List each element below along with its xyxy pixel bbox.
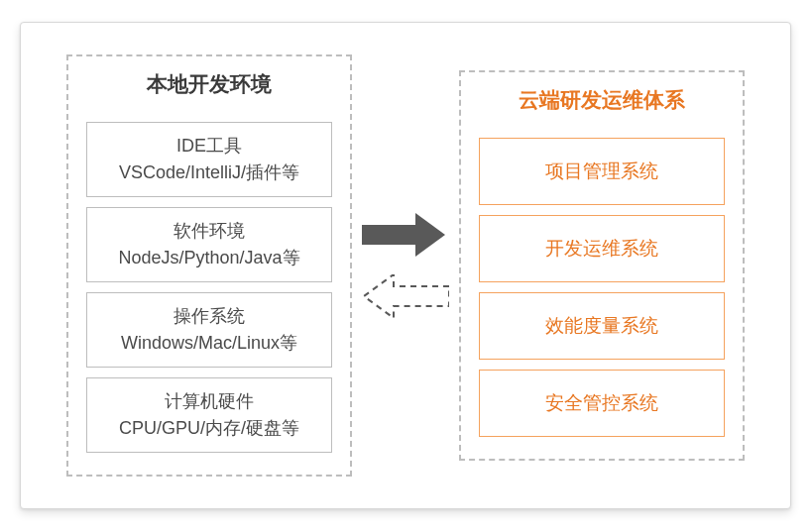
cloud-devops-title: 云端研发运维体系 — [519, 86, 685, 114]
security-box: 安全管控系统 — [479, 370, 725, 437]
hardware-box: 计算机硬件 CPU/GPU/内存/硬盘等 — [86, 377, 332, 453]
project-mgmt-box: 项目管理系统 — [479, 138, 725, 205]
metrics-box: 效能度量系统 — [479, 292, 725, 360]
devops-box: 开发运维系统 — [479, 215, 725, 282]
arrow-right-solid-icon — [362, 213, 449, 257]
arrow-group — [356, 213, 455, 318]
local-dev-column: 本地开发环境 IDE工具 VSCode/IntelliJ/插件等 软件环境 No… — [66, 54, 352, 477]
ide-tools-label: IDE工具 — [93, 133, 325, 160]
software-env-examples: NodeJs/Python/Java等 — [93, 245, 325, 271]
metrics-label: 效能度量系统 — [486, 312, 718, 341]
software-env-box: 软件环境 NodeJs/Python/Java等 — [86, 207, 332, 282]
ide-tools-examples: VSCode/IntelliJ/插件等 — [93, 160, 325, 186]
local-dev-title: 本地开发环境 — [147, 70, 272, 98]
os-label: 操作系统 — [93, 303, 325, 330]
ide-tools-box: IDE工具 VSCode/IntelliJ/插件等 — [86, 122, 332, 197]
hardware-examples: CPU/GPU/内存/硬盘等 — [93, 415, 325, 442]
project-mgmt-label: 项目管理系统 — [486, 158, 718, 186]
diagram-frame: 本地开发环境 IDE工具 VSCode/IntelliJ/插件等 软件环境 No… — [20, 22, 791, 509]
devops-label: 开发运维系统 — [486, 235, 718, 264]
os-box: 操作系统 Windows/Mac/Linux等 — [86, 292, 332, 368]
os-examples: Windows/Mac/Linux等 — [93, 330, 325, 357]
software-env-label: 软件环境 — [93, 218, 325, 245]
arrow-left-dashed-icon — [362, 274, 449, 318]
security-label: 安全管控系统 — [486, 389, 718, 418]
hardware-label: 计算机硬件 — [93, 388, 325, 415]
cloud-devops-column: 云端研发运维体系 项目管理系统 开发运维系统 效能度量系统 安全管控系统 — [459, 70, 745, 461]
